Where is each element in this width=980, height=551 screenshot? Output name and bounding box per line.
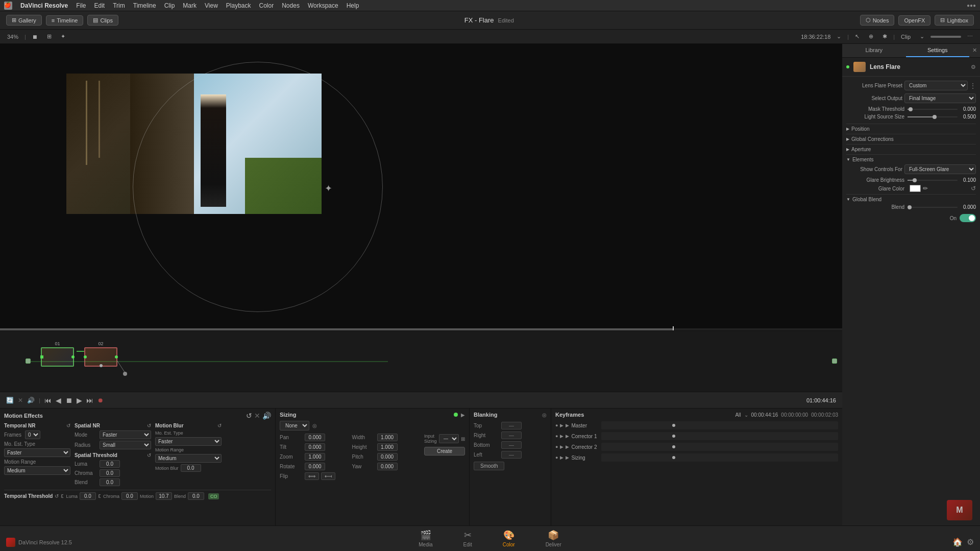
menu-workspace[interactable]: Workspace bbox=[308, 2, 338, 9]
subtoolbar-icon3[interactable]: ✦ bbox=[58, 32, 68, 41]
mo-est-select[interactable]: Faster bbox=[4, 448, 70, 457]
settings-icon[interactable]: ⋯ bbox=[964, 32, 976, 41]
spatial-nr-reset[interactable]: ↺ bbox=[147, 423, 151, 428]
menu-clip[interactable]: Clip bbox=[164, 2, 175, 9]
blanking-icon[interactable]: ◎ bbox=[542, 412, 547, 418]
node-01[interactable]: 01 bbox=[41, 341, 74, 367]
gear-icon[interactable]: ⚙ bbox=[967, 537, 974, 547]
mb-blur-input[interactable] bbox=[181, 464, 201, 472]
sizing-mode-select[interactable]: None bbox=[280, 421, 309, 430]
mb-mo-est-select[interactable]: Faster bbox=[155, 437, 222, 446]
step-back-button[interactable]: ◀ bbox=[56, 396, 61, 404]
hand-tool[interactable]: ✱ bbox=[879, 32, 890, 41]
temporal-nr-reset[interactable]: ↺ bbox=[66, 423, 70, 428]
master-track-timeline[interactable] bbox=[601, 421, 838, 429]
tt-luma-input[interactable] bbox=[80, 492, 96, 500]
menu-trim[interactable]: Trim bbox=[113, 2, 125, 9]
lightbox-button[interactable]: ⊟ Lightbox bbox=[935, 15, 974, 26]
elements-header[interactable]: ▼ Elements bbox=[846, 155, 976, 164]
pan-input[interactable] bbox=[305, 434, 325, 441]
glare-brightness-thumb[interactable] bbox=[913, 178, 917, 182]
motion-blur-reset[interactable]: ↺ bbox=[217, 423, 222, 428]
glare-color-swatch[interactable] bbox=[910, 185, 921, 192]
flip-h-button[interactable]: ⟺ bbox=[305, 472, 319, 480]
sizing-icon1[interactable]: ◎ bbox=[312, 423, 317, 428]
home-icon[interactable]: 🏠 bbox=[952, 537, 963, 547]
nav-deliver[interactable]: 📦 Deliver bbox=[546, 530, 561, 547]
tt-chroma-input[interactable] bbox=[121, 492, 138, 500]
stop-button[interactable]: ✕ bbox=[18, 397, 23, 404]
nav-edit[interactable]: ✂ Edit bbox=[463, 530, 472, 547]
aperture-section[interactable]: ▶ Aperture bbox=[846, 144, 976, 154]
zoom-control[interactable]: 34% bbox=[4, 33, 21, 41]
nav-color[interactable]: 🎨 Color bbox=[503, 530, 515, 547]
sizing-track[interactable] bbox=[601, 453, 838, 462]
luma-input[interactable] bbox=[100, 460, 120, 468]
left-connector[interactable] bbox=[26, 358, 31, 364]
openfx-button[interactable]: OpenFX bbox=[898, 15, 930, 26]
node-02[interactable]: 02 bbox=[84, 341, 117, 367]
gallery-button[interactable]: ⊞ Gallery bbox=[6, 15, 42, 26]
preset-expand-icon[interactable]: ⋮ bbox=[970, 82, 976, 89]
chroma-input[interactable] bbox=[100, 469, 120, 477]
timeline-button[interactable]: ≡ Timeline bbox=[46, 15, 84, 26]
preview-scrubbar[interactable] bbox=[0, 328, 842, 330]
record-button[interactable]: ⏺ bbox=[97, 397, 104, 404]
input-sizing-select[interactable]: — bbox=[439, 434, 459, 443]
mask-threshold-thumb[interactable] bbox=[909, 107, 913, 111]
temporal-threshold-reset[interactable]: ↺ bbox=[55, 493, 59, 499]
me-speaker-icon[interactable]: 🔊 bbox=[262, 412, 271, 420]
tab-settings[interactable]: Settings bbox=[906, 44, 970, 57]
output-select[interactable]: Final Image bbox=[904, 93, 976, 103]
nav-media[interactable]: 🎬 Media bbox=[419, 530, 432, 547]
rotate-input[interactable] bbox=[305, 463, 325, 470]
light-source-slider[interactable] bbox=[908, 116, 958, 117]
position-section[interactable]: ▶ Position bbox=[846, 124, 976, 134]
nodes-button[interactable]: ⬡ Nodes bbox=[860, 15, 895, 26]
on-toggle[interactable] bbox=[960, 214, 976, 222]
input-sizing-expand[interactable]: ⊞ bbox=[461, 436, 465, 442]
menu-color[interactable]: Color bbox=[259, 2, 274, 9]
flip-v-button[interactable]: ⟻ bbox=[321, 472, 335, 480]
menu-nodes[interactable]: Nodes bbox=[282, 2, 300, 9]
master-expand[interactable]: ▶ bbox=[560, 423, 564, 428]
glare-color-reset-icon[interactable]: ↺ bbox=[971, 185, 976, 192]
blend-slider[interactable] bbox=[908, 207, 958, 208]
mb-motion-range-select[interactable]: Medium bbox=[155, 454, 222, 463]
blend-thumb[interactable] bbox=[908, 205, 912, 209]
menu-file[interactable]: File bbox=[76, 2, 86, 9]
menu-edit[interactable]: Edit bbox=[94, 2, 105, 9]
glare-brightness-slider[interactable] bbox=[908, 180, 958, 181]
loop-button[interactable]: 🔄 bbox=[6, 397, 14, 404]
menu-timeline[interactable]: Timeline bbox=[133, 2, 156, 9]
tilt-input[interactable] bbox=[305, 443, 325, 451]
tab-library[interactable]: Library bbox=[842, 44, 906, 57]
mask-threshold-slider[interactable] bbox=[908, 109, 958, 110]
preview-viewport[interactable]: ✦ bbox=[0, 44, 842, 330]
width-input[interactable] bbox=[377, 434, 398, 441]
create-button[interactable]: Create bbox=[424, 447, 465, 456]
clip-expand-icon[interactable]: ⌄ bbox=[917, 32, 927, 41]
menu-help[interactable]: Help bbox=[347, 2, 359, 9]
menu-view[interactable]: View bbox=[205, 2, 218, 9]
corrector2-track[interactable] bbox=[601, 443, 838, 451]
spatial-threshold-reset[interactable]: ↺ bbox=[147, 452, 151, 458]
right-connector[interactable] bbox=[832, 358, 837, 364]
global-corrections-section[interactable]: ▶ Global Corrections bbox=[846, 134, 976, 144]
light-source-thumb[interactable] bbox=[933, 115, 937, 119]
master-expand2[interactable]: ▶ bbox=[566, 423, 569, 428]
me-reset-icon[interactable]: ↺ bbox=[246, 412, 252, 420]
global-blend-header[interactable]: ▼ Global Blend bbox=[846, 195, 976, 204]
yaw-input[interactable] bbox=[377, 463, 398, 470]
bottom-input[interactable] bbox=[501, 441, 522, 449]
subtoolbar-icon1[interactable]: ⏹ bbox=[29, 33, 41, 41]
cursor-tool[interactable]: ↖ bbox=[852, 32, 863, 41]
tt-blend-input[interactable] bbox=[188, 492, 204, 500]
timecode-expand-icon[interactable]: ⌄ bbox=[834, 32, 844, 41]
menu-mark[interactable]: Mark bbox=[183, 2, 197, 9]
subtoolbar-icon2[interactable]: ⊞ bbox=[44, 32, 55, 41]
fx-settings-icon[interactable]: ⚙ bbox=[971, 64, 976, 70]
preset-select[interactable]: Custom bbox=[904, 81, 968, 90]
frames-select[interactable]: 0 bbox=[25, 430, 40, 439]
zoom-tool[interactable]: ⊕ bbox=[866, 32, 876, 41]
